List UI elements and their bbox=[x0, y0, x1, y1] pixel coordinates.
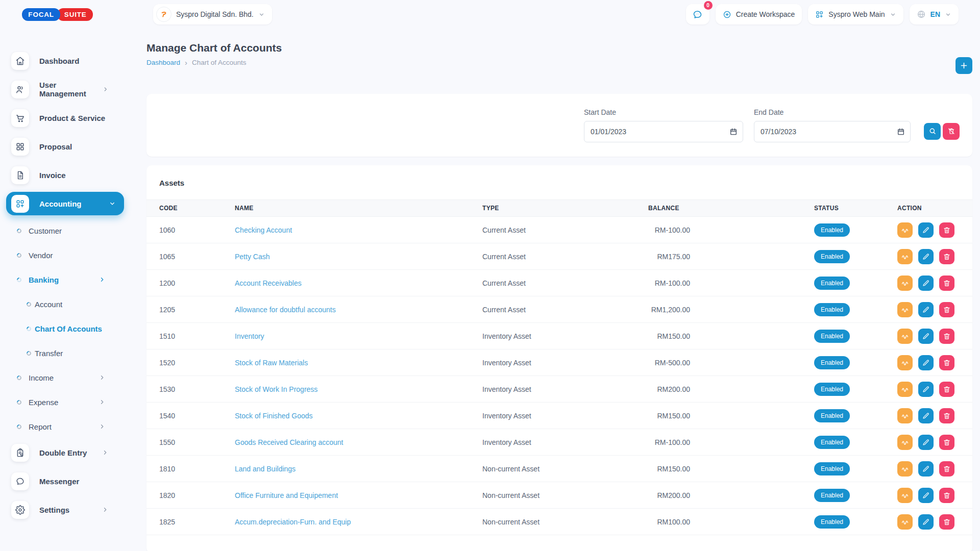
account-name-link[interactable]: Stock of Work In Progress bbox=[235, 385, 482, 393]
reset-filter-button[interactable] bbox=[943, 123, 960, 140]
account-name-link[interactable]: Stock of Raw Materials bbox=[235, 359, 482, 367]
delete-button[interactable] bbox=[939, 435, 954, 450]
section-title: Assets bbox=[146, 179, 972, 187]
sidebar-item-proposal[interactable]: Proposal bbox=[6, 135, 124, 158]
edit-button[interactable] bbox=[918, 408, 934, 423]
delete-button[interactable] bbox=[939, 408, 954, 423]
app-selector[interactable]: Syspro Web Main bbox=[808, 4, 903, 24]
sidebar-item-income[interactable]: Income bbox=[6, 367, 124, 388]
breadcrumb-separator: › bbox=[185, 58, 187, 67]
account-name-link[interactable]: Office Furniture and Equipement bbox=[235, 491, 482, 499]
edit-button[interactable] bbox=[918, 382, 934, 397]
create-workspace-label: Create Workspace bbox=[736, 10, 795, 18]
search-button[interactable] bbox=[924, 123, 941, 140]
edit-button[interactable] bbox=[918, 222, 934, 238]
account-name-link[interactable]: Petty Cash bbox=[235, 253, 482, 261]
trash-icon bbox=[943, 359, 951, 367]
sidebar-item-transfer[interactable]: Transfer bbox=[6, 343, 124, 363]
file-icon bbox=[15, 170, 25, 180]
delete-button[interactable] bbox=[939, 514, 954, 530]
chevron-down-icon bbox=[945, 11, 951, 18]
delete-button[interactable] bbox=[939, 355, 954, 370]
table-row: 1060 Checking Account Current Asset RM-1… bbox=[146, 217, 972, 243]
sidebar-item-banking[interactable]: Banking bbox=[6, 269, 124, 290]
brand-logo: FOCAL SUITE bbox=[0, 8, 115, 21]
account-type: Inventory Asset bbox=[482, 412, 648, 420]
edit-button[interactable] bbox=[918, 461, 934, 477]
table-row: 1820 Office Furniture and Equipement Non… bbox=[146, 482, 972, 509]
account-name-link[interactable]: Goods Received Clearing account bbox=[235, 438, 482, 446]
account-name-link[interactable]: Checking Account bbox=[235, 226, 482, 234]
home-icon bbox=[15, 56, 25, 66]
messenger-button[interactable]: 0 bbox=[686, 4, 709, 24]
sidebar-item-account[interactable]: Account bbox=[6, 294, 124, 314]
transactions-button[interactable] bbox=[897, 382, 913, 397]
end-date-input[interactable] bbox=[754, 121, 911, 142]
sidebar-item-expense[interactable]: Expense bbox=[6, 392, 124, 412]
account-name-link[interactable]: Inventory bbox=[235, 332, 482, 340]
transactions-button[interactable] bbox=[897, 461, 913, 477]
account-code: 1540 bbox=[159, 412, 235, 420]
account-name-link[interactable]: Allowance for doubtful accounts bbox=[235, 306, 482, 314]
status-badge: Enabled bbox=[814, 515, 850, 529]
edit-button[interactable] bbox=[918, 488, 934, 503]
delete-button[interactable] bbox=[939, 461, 954, 477]
sidebar-item-double-entry[interactable]: Double Entry bbox=[6, 441, 124, 464]
edit-button[interactable] bbox=[918, 435, 934, 450]
add-account-button[interactable] bbox=[955, 57, 972, 74]
account-name-link[interactable]: Account Receivables bbox=[235, 279, 482, 287]
sidebar-item-customer[interactable]: Customer bbox=[6, 220, 124, 241]
sidebar-item-user-management[interactable]: User Management bbox=[6, 78, 124, 101]
delete-button[interactable] bbox=[939, 302, 954, 317]
breadcrumb-dashboard-link[interactable]: Dashboard bbox=[146, 59, 180, 66]
edit-button[interactable] bbox=[918, 355, 934, 370]
sidebar-item-accounting[interactable]: Accounting bbox=[6, 192, 124, 215]
edit-button[interactable] bbox=[918, 514, 934, 530]
row-actions bbox=[897, 514, 960, 530]
sidebar-item-invoice[interactable]: Invoice bbox=[6, 163, 124, 187]
transactions-button[interactable] bbox=[897, 355, 913, 370]
plus-circle-icon bbox=[723, 10, 731, 19]
transactions-button[interactable] bbox=[897, 488, 913, 503]
transactions-button[interactable] bbox=[897, 302, 913, 317]
delete-button[interactable] bbox=[939, 249, 954, 264]
edit-button[interactable] bbox=[918, 276, 934, 291]
edit-button[interactable] bbox=[918, 249, 934, 264]
account-name-link[interactable]: Land and Buildings bbox=[235, 465, 482, 473]
start-date-input[interactable] bbox=[584, 121, 743, 142]
end-date-field: End Date bbox=[754, 108, 911, 142]
delete-button[interactable] bbox=[939, 222, 954, 238]
account-name-link[interactable]: Accum.depreciation-Furn. and Equip bbox=[235, 518, 482, 526]
account-code: 1820 bbox=[159, 491, 235, 499]
sidebar-item-product-service[interactable]: Product & Service bbox=[6, 106, 124, 130]
transactions-button[interactable] bbox=[897, 435, 913, 450]
transactions-button[interactable] bbox=[897, 249, 913, 264]
sidebar-item-dashboard[interactable]: Dashboard bbox=[6, 49, 124, 72]
start-date-label: Start Date bbox=[584, 108, 743, 116]
sidebar-item-settings[interactable]: Settings bbox=[6, 498, 124, 521]
delete-button[interactable] bbox=[939, 488, 954, 503]
sidebar-item-vendor[interactable]: Vendor bbox=[6, 245, 124, 265]
transactions-button[interactable] bbox=[897, 514, 913, 530]
edit-button[interactable] bbox=[918, 329, 934, 344]
language-selector[interactable]: EN bbox=[910, 4, 959, 24]
table-row: 1510 Inventory Inventory Asset RM150.00 … bbox=[146, 323, 972, 349]
transactions-button[interactable] bbox=[897, 329, 913, 344]
workspace-selector[interactable]: Syspro Digital Sdn. Bhd. bbox=[153, 4, 272, 24]
delete-button[interactable] bbox=[939, 276, 954, 291]
delete-button[interactable] bbox=[939, 382, 954, 397]
trash-icon bbox=[943, 438, 951, 446]
transactions-button[interactable] bbox=[897, 222, 913, 238]
transactions-button[interactable] bbox=[897, 276, 913, 291]
edit-button[interactable] bbox=[918, 302, 934, 317]
transactions-button[interactable] bbox=[897, 408, 913, 423]
sidebar-item-label: Accounting bbox=[39, 199, 82, 208]
delete-button[interactable] bbox=[939, 329, 954, 344]
account-name-link[interactable]: Stock of Finished Goods bbox=[235, 412, 482, 420]
sidebar-item-report[interactable]: Report bbox=[6, 416, 124, 437]
status-badge: Enabled bbox=[814, 462, 850, 475]
sidebar-item-messenger[interactable]: Messenger bbox=[6, 469, 124, 493]
pencil-icon bbox=[922, 438, 930, 446]
sidebar-item-chart-of-accounts[interactable]: Chart Of Accounts bbox=[6, 318, 124, 339]
create-workspace-button[interactable]: Create Workspace bbox=[716, 4, 802, 24]
